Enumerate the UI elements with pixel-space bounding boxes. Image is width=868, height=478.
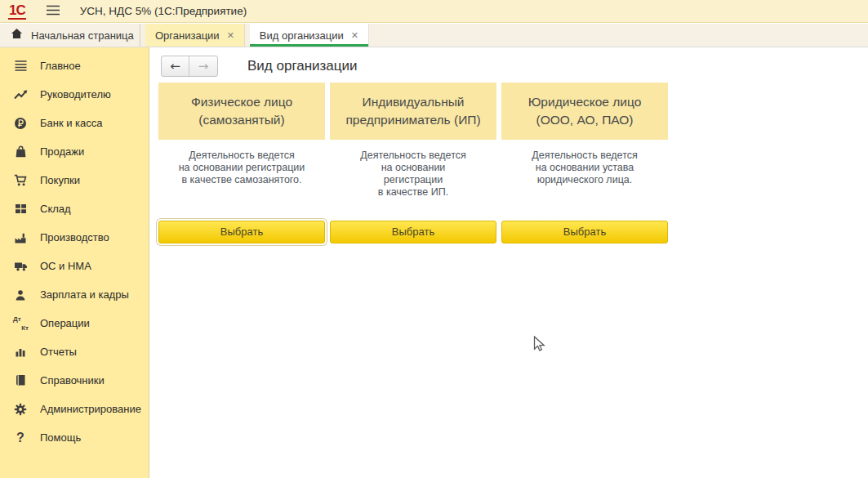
sidebar-item-label: Банк и касса <box>40 117 103 129</box>
sidebar-item-label: Продажи <box>40 145 84 158</box>
warehouse-icon <box>12 203 29 214</box>
trend-icon <box>12 89 29 100</box>
select-button-ip[interactable]: Выбрать <box>330 221 496 243</box>
select-button-selfemployed[interactable]: Выбрать <box>158 221 325 243</box>
home-icon <box>11 28 23 42</box>
card-legal-entity: Юридическое лицо (ООО, АО, ПАО) Деятельн… <box>501 83 668 272</box>
active-tab-underline <box>250 44 368 47</box>
mouse-cursor-icon <box>533 336 547 357</box>
tab-home[interactable]: Начальная страница <box>0 24 140 47</box>
card-title: Индивидуальный предприниматель (ИП) <box>330 83 496 140</box>
tab-organization-type[interactable]: Вид организации ✕ <box>250 24 369 47</box>
truck-icon <box>12 261 29 271</box>
app-window: 1С УСН, НДС 5% (1С:Предприятие) Начальна… <box>0 0 868 478</box>
menu-lines-icon <box>12 60 29 71</box>
sidebar-item-label: ОС и НМА <box>40 260 91 272</box>
sidebar-item-fixed-assets[interactable]: ОС и НМА <box>0 252 149 280</box>
section-sidebar: Главное Руководителю Банк и касса Продаж… <box>0 47 149 478</box>
bar-chart-icon <box>12 346 29 358</box>
main-content: ← → Вид организации Физическое лицо (сам… <box>150 47 868 478</box>
question-icon: ? <box>12 431 29 445</box>
gear-icon <box>12 403 29 416</box>
title-bar: 1С УСН, НДС 5% (1С:Предприятие) <box>0 0 868 23</box>
sidebar-item-reports[interactable]: Отчеты <box>0 337 149 366</box>
factory-icon <box>12 232 29 243</box>
sidebar-item-operations[interactable]: ДтКт Операции <box>0 309 149 337</box>
page-title: Вид организации <box>247 58 358 74</box>
card-title: Физическое лицо (самозанятый) <box>158 83 325 140</box>
back-button[interactable]: ← <box>162 56 189 76</box>
back-arrow-icon: ← <box>170 60 180 73</box>
window-title: УСН, НДС 5% (1С:Предприятие) <box>80 5 247 17</box>
sidebar-item-help[interactable]: ? Помощь <box>0 423 149 452</box>
history-nav: ← → <box>161 56 218 77</box>
sidebar-item-label: Справочники <box>40 374 105 386</box>
sidebar-item-label: Помощь <box>40 431 81 444</box>
forward-arrow-icon: → <box>198 60 209 73</box>
card-individual-selfemployed: Физическое лицо (самозанятый) Деятельнос… <box>158 83 325 272</box>
sidebar-item-purchases[interactable]: Покупки <box>0 166 149 194</box>
sidebar-item-label: Зарплата и кадры <box>40 288 129 301</box>
content-toolbar: ← → Вид организации <box>150 47 868 77</box>
card-description: Деятельность ведется на основании регист… <box>158 150 325 186</box>
sidebar-item-label: Производство <box>40 231 109 243</box>
shopping-cart-icon <box>12 174 29 186</box>
sidebar-item-manager[interactable]: Руководителю <box>0 80 149 109</box>
sidebar-item-sales[interactable]: Продажи <box>0 137 149 166</box>
organization-type-cards: Физическое лицо (самозанятый) Деятельнос… <box>158 83 673 272</box>
sidebar-item-production[interactable]: Производство <box>0 223 149 252</box>
tab-organizations[interactable]: Организации ✕ <box>145 24 245 47</box>
sidebar-item-salary-hr[interactable]: Зарплата и кадры <box>0 280 149 309</box>
sidebar-item-label: Операции <box>40 317 90 329</box>
sidebar-item-label: Отчеты <box>40 346 77 358</box>
person-icon <box>12 289 29 301</box>
card-description: Деятельность ведется на основании устава… <box>501 150 668 186</box>
card-description: Деятельность ведется на основании регист… <box>330 150 496 199</box>
card-title: Юридическое лицо (ООО, АО, ПАО) <box>501 83 668 140</box>
sidebar-item-label: Главное <box>40 60 81 72</box>
sidebar-item-main[interactable]: Главное <box>0 51 149 80</box>
sidebar-item-label: Покупки <box>40 174 80 186</box>
tab-bar: Начальная страница Организации ✕ Вид орг… <box>0 24 868 47</box>
close-icon[interactable]: ✕ <box>351 30 358 40</box>
tab-organization-type-label: Вид организации <box>260 29 344 42</box>
tab-home-label: Начальная страница <box>31 29 134 42</box>
sidebar-item-label: Руководителю <box>40 88 111 101</box>
ruble-circle-icon <box>12 117 29 130</box>
debit-credit-icon: ДтКт <box>12 316 29 330</box>
main-menu-icon[interactable] <box>46 4 60 19</box>
card-entrepreneur-ip: Индивидуальный предприниматель (ИП) Деят… <box>330 83 496 272</box>
sidebar-item-administration[interactable]: Администрирование <box>0 395 149 423</box>
tab-organizations-label: Организации <box>155 29 220 42</box>
forward-button[interactable]: → <box>189 56 217 76</box>
1c-logo: 1С <box>8 3 26 20</box>
sidebar-item-directories[interactable]: Справочники <box>0 366 149 395</box>
sidebar-item-bank-cash[interactable]: Банк и касса <box>0 109 149 137</box>
shopping-bag-icon <box>12 145 29 158</box>
sidebar-item-label: Склад <box>40 203 71 215</box>
close-icon[interactable]: ✕ <box>227 30 234 40</box>
book-icon <box>12 374 29 386</box>
select-button-legal[interactable]: Выбрать <box>501 221 668 243</box>
sidebar-item-warehouse[interactable]: Склад <box>0 194 149 223</box>
sidebar-item-label: Администрирование <box>40 403 141 415</box>
